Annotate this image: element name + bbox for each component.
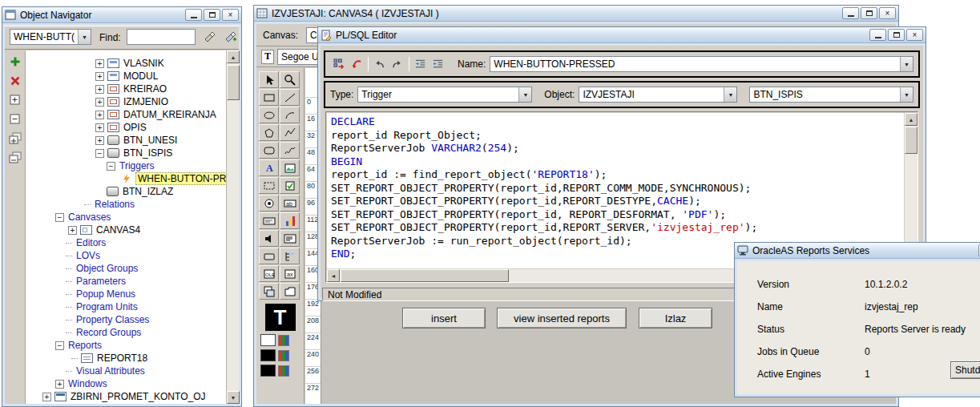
tree-item[interactable]: +Windows [26,377,226,390]
freehand-tool[interactable] [280,142,300,159]
scope-combo[interactable]: WHEN-BUTT( ▼ [10,29,91,45]
revert-icon[interactable] [348,56,365,72]
tree-item[interactable]: Parameters [26,275,226,288]
chart-tool[interactable] [280,212,300,229]
checkbox-tool[interactable] [280,177,300,194]
tree-scrollbar[interactable]: ▲ ▼ [226,50,239,404]
maximize-button[interactable] [861,7,877,19]
tree-item[interactable]: REPORT18 [26,352,226,365]
chevron-down-icon[interactable]: ▼ [900,87,913,102]
compile-icon[interactable] [330,56,348,72]
expand-plus-icon[interactable]: + [95,111,104,119]
minimize-button[interactable] [842,7,859,19]
plsql-titlebar[interactable]: PL/SQL Editor × [318,27,926,43]
tree-item-label[interactable]: Triggers [118,160,156,171]
expand-icon[interactable] [7,92,23,108]
trigger-name-combo[interactable]: WHEN-BUTTON-PRESSED ▼ [490,56,913,72]
expand-plus-icon[interactable]: + [95,123,104,132]
tree-item-label[interactable]: Reports [67,340,103,351]
maximize-button[interactable] [888,29,905,41]
magnify-tool[interactable] [280,71,300,88]
expand-plus-icon[interactable]: + [95,98,104,107]
fill-color-control[interactable] [260,334,300,346]
tree-item-label[interactable]: OPIS [122,122,148,133]
tree-item[interactable]: +CANVAS4 [26,224,226,236]
tab-canvas-tool[interactable] [280,283,300,300]
tree-item-label[interactable]: Relations [93,199,136,210]
item-combo[interactable]: BTN_ISPIS ▼ [749,87,913,103]
expand-plus-icon[interactable]: + [95,59,104,68]
find-input[interactable] [127,29,196,45]
expand-plus-icon[interactable]: + [42,393,51,401]
tree-item-label[interactable]: WHEN-BUTTON-PRI [135,172,226,185]
polyline-tool[interactable] [280,124,300,141]
scroll-thumb[interactable] [227,65,240,100]
line-tool[interactable] [280,89,300,106]
maximize-button[interactable] [204,9,220,21]
tree-item-label[interactable]: LOVs [75,250,102,261]
tree-item-label[interactable]: DATUM_KREIRANJA [122,109,218,120]
tree-item[interactable]: +OPIS [26,121,226,134]
type-combo[interactable]: Trigger ▼ [357,87,532,103]
redo-icon[interactable] [389,56,406,72]
tree-item-label[interactable]: BTN_ISPIS [122,147,174,159]
shutdown-button[interactable]: Shutd [950,361,980,379]
expand-plus-icon[interactable]: + [95,85,104,94]
ole-tool[interactable]: OLE [259,265,279,282]
tree-item[interactable]: Popup Menus [26,288,226,300]
image-tool[interactable] [280,159,300,176]
scroll-down-icon[interactable]: ▼ [227,391,240,404]
chevron-down-icon[interactable]: ▼ [900,57,913,71]
scroll-thumb[interactable] [341,269,509,282]
Izlaz-button[interactable]: Izlaz [639,308,712,328]
tree-item[interactable]: +VLASNIK [26,57,226,70]
tree-item[interactable]: LOVs [26,249,226,262]
ellipse-tool[interactable] [259,107,279,123]
tree-item-label[interactable]: Windows [67,378,109,389]
expand-plus-icon[interactable]: + [68,226,77,235]
rectangle-tool[interactable] [259,89,279,106]
scroll-up-icon[interactable]: ▲ [227,50,240,63]
canvas-window-titlebar[interactable]: IZVJESTAJI: CANVAS4 ( IZVJESTAJI ) × [254,6,898,22]
collapse-minus-icon[interactable]: − [55,213,64,222]
expand-plus-icon[interactable]: + [95,72,104,81]
radio-button-tool[interactable] [259,195,279,212]
tree-item[interactable]: +IZMJENIO [26,95,226,108]
tree-item-label[interactable]: BTN_UNESI [122,135,179,146]
tree-item[interactable]: Record Groups [26,326,226,339]
text-tool-large[interactable]: T [265,304,296,331]
tree-item[interactable]: Property Classes [26,313,226,326]
indent-icon[interactable] [412,56,430,72]
tree-item-label[interactable]: CANVAS4 [95,224,142,236]
stacked-canvas-tool[interactable] [259,283,279,300]
close-button[interactable]: × [906,29,923,41]
reports-services-titlebar[interactable]: OracleAS Reports Services [735,243,980,259]
tree-item[interactable]: +KREIRAO [26,83,226,95]
tree-item[interactable]: −Canvases [26,211,226,224]
object-navigator-titlebar[interactable]: Object Navigator × [2,7,241,23]
display-item-tool[interactable] [259,212,279,229]
frame-tool[interactable] [259,177,279,194]
polygon-tool[interactable] [259,124,279,141]
scroll-up-icon[interactable]: ▲ [905,113,917,126]
tree-item[interactable]: Relations [26,198,226,211]
find-icon[interactable] [202,29,218,45]
activex-tool[interactable]: ax [280,265,300,282]
tree-item-label[interactable]: Program Units [75,301,139,312]
list-item-tool[interactable] [280,230,300,247]
tree-item[interactable]: +DATUM_KREIRANJA [26,108,226,121]
line-color-control[interactable] [260,349,300,361]
tree-item[interactable]: +BTN_UNESI [26,134,226,147]
minimize-button[interactable] [185,9,202,21]
view-inserted-reports-button[interactable]: view inserted reports [497,308,627,328]
collapse-minus-icon[interactable]: − [55,341,64,350]
tree-item[interactable]: Program Units [26,300,226,313]
chevron-down-icon[interactable]: ▼ [78,30,91,44]
tree-item[interactable]: WHEN-BUTTON-PRI [26,172,226,185]
scroll-thumb[interactable] [905,127,917,154]
arc-tool[interactable] [280,107,300,123]
tree-item[interactable]: +MODUL [26,70,226,83]
tree-item-label[interactable]: BTN_IZLAZ [121,186,175,197]
tree-item-label[interactable]: Property Classes [75,314,151,325]
tree-item-label[interactable]: Record Groups [75,327,143,338]
